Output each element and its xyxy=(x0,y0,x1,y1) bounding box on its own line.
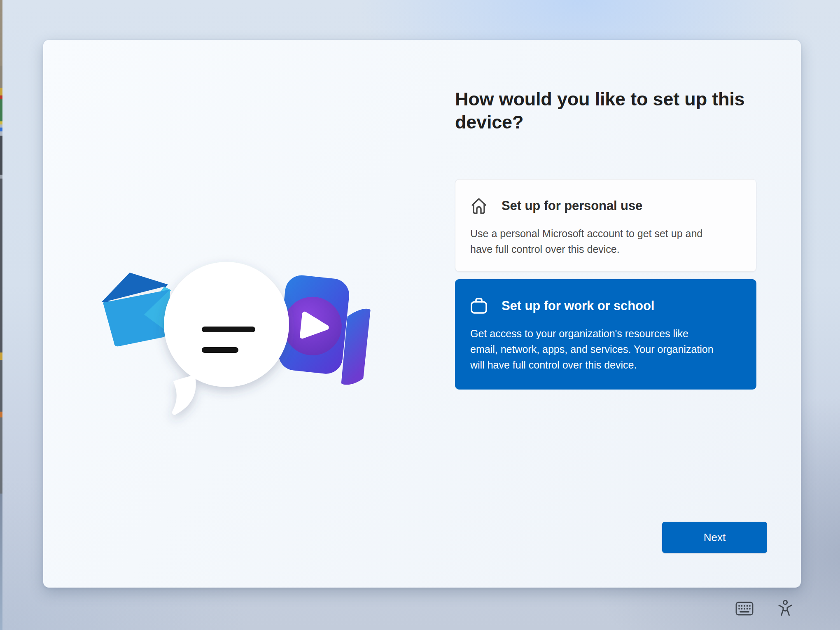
option-work-header: Set up for work or school xyxy=(470,296,741,316)
option-personal-header: Set up for personal use xyxy=(470,196,741,216)
setup-illustration xyxy=(95,255,383,432)
briefcase-icon xyxy=(470,297,488,315)
option-work-title: Set up for work or school xyxy=(502,299,654,313)
accessibility-icon[interactable] xyxy=(777,600,793,618)
envelope-icon xyxy=(102,273,171,346)
system-tray xyxy=(735,600,793,618)
page-title-line1: How would you like to set up this xyxy=(455,88,776,111)
page-title-line2: device? xyxy=(455,111,776,134)
option-personal-use[interactable]: Set up for personal use Use a personal M… xyxy=(455,179,756,272)
option-work-description: Get access to your organization's resour… xyxy=(470,326,750,373)
home-icon xyxy=(470,196,488,216)
video-camera-icon xyxy=(276,274,373,387)
option-personal-description: Use a personal Microsoft account to get … xyxy=(470,226,750,257)
setup-panel: How would you like to set up this device… xyxy=(43,40,801,588)
option-personal-title: Set up for personal use xyxy=(502,198,642,213)
background-window-sliver xyxy=(0,0,2,630)
chat-bubble-icon xyxy=(164,262,289,415)
next-button[interactable]: Next xyxy=(662,522,767,553)
page-title: How would you like to set up this device… xyxy=(455,88,776,134)
keyboard-icon[interactable] xyxy=(735,602,754,616)
oobe-screen: { "colors":{"accent":"#0067c0","panel_bg… xyxy=(0,0,840,630)
option-work-or-school[interactable]: Set up for work or school Get access to … xyxy=(455,279,756,390)
